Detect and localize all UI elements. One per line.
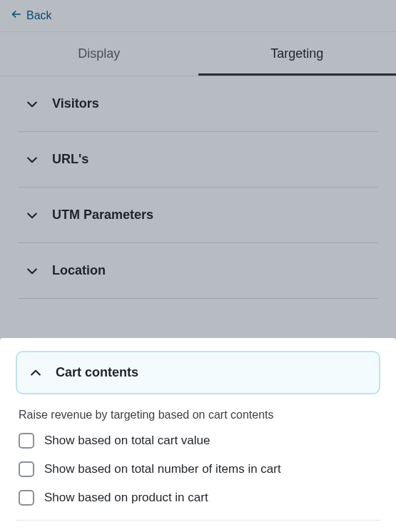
- back-button[interactable]: Back: [11, 9, 52, 23]
- option-product-in-cart[interactable]: Show based on product in cart: [19, 490, 377, 506]
- section-header-location[interactable]: Location: [18, 243, 378, 298]
- section-location: Location: [18, 243, 378, 299]
- tab-targeting[interactable]: Targeting: [198, 32, 397, 76]
- option-label: Show based on product in cart: [44, 491, 208, 505]
- tab-display[interactable]: Display: [0, 32, 198, 76]
- option-label: Show based on total number of items in c…: [44, 462, 281, 476]
- option-label: Show based on total cart value: [44, 434, 210, 448]
- tabs: Display Targeting: [0, 31, 396, 76]
- chevron-up-icon: [29, 366, 43, 380]
- option-total-items[interactable]: Show based on total number of items in c…: [19, 461, 377, 477]
- option-list: Show based on total cart value Show base…: [16, 433, 380, 521]
- section-description: Raise revenue by targeting based on cart…: [16, 394, 380, 433]
- section-visitors: Visitors: [18, 76, 378, 132]
- checkbox[interactable]: [19, 433, 34, 449]
- section-title: Cart contents: [56, 365, 138, 380]
- chevron-down-icon: [25, 208, 39, 222]
- tab-label: Targeting: [270, 46, 323, 61]
- section-header-utm-parameters[interactable]: UTM Parameters: [18, 188, 378, 242]
- checkbox[interactable]: [19, 490, 34, 506]
- section-header-visitors[interactable]: Visitors: [18, 76, 378, 131]
- checkbox[interactable]: [19, 461, 34, 477]
- header: Back: [0, 0, 396, 31]
- section-header-urls[interactable]: URL's: [18, 132, 378, 187]
- section-title: Location: [52, 263, 106, 278]
- section-urls: URL's: [18, 132, 378, 188]
- section-utm-parameters: UTM Parameters: [18, 188, 378, 243]
- tab-label: Display: [78, 46, 120, 61]
- back-label: Back: [26, 9, 52, 22]
- option-total-cart-value[interactable]: Show based on total cart value: [19, 433, 377, 449]
- arrow-left-icon: [11, 9, 22, 23]
- chevron-down-icon: [25, 264, 39, 278]
- section-title: UTM Parameters: [52, 208, 153, 222]
- section-title: Visitors: [52, 96, 99, 111]
- section-title: URL's: [52, 152, 88, 167]
- section-header-cart-contents[interactable]: Cart contents: [16, 351, 380, 394]
- chevron-down-icon: [25, 97, 39, 111]
- expanded-panel-cart-contents: Cart contents Raise revenue by targeting…: [0, 338, 396, 532]
- sections-list: Visitors URL's UTM Parameters: [0, 76, 396, 299]
- chevron-down-icon: [25, 153, 39, 167]
